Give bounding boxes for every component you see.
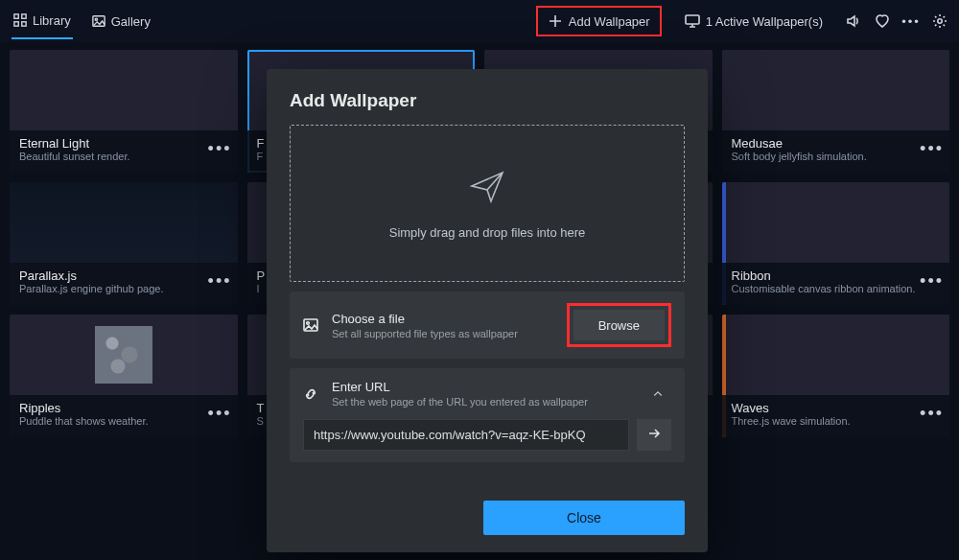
choose-file-title: Choose a file xyxy=(332,312,553,326)
nav-gallery[interactable]: Gallery xyxy=(90,5,152,38)
add-wallpaper-button[interactable]: Add Wallpaper xyxy=(536,6,662,36)
card-more-icon[interactable]: ••• xyxy=(920,271,944,292)
card-title: Eternal Light xyxy=(19,136,228,151)
image-icon xyxy=(92,14,105,28)
browse-button[interactable]: Browse xyxy=(573,310,665,340)
thumbnail xyxy=(722,50,950,130)
url-input[interactable] xyxy=(303,419,629,451)
wallpaper-card[interactable]: Medusae Soft body jellyfish simulation. … xyxy=(722,50,950,173)
svg-rect-6 xyxy=(686,15,699,24)
thumbnail xyxy=(722,315,950,395)
heart-icon[interactable] xyxy=(875,13,890,29)
thumbnail xyxy=(722,182,950,263)
enter-url-panel: Enter URL Set the web page of the URL yo… xyxy=(290,368,685,462)
paper-plane-icon xyxy=(468,167,506,208)
dropzone-hint: Simply drag and drop files into here xyxy=(389,225,586,240)
more-icon[interactable]: ••• xyxy=(903,13,919,29)
nav-library-label: Library xyxy=(33,13,71,28)
card-more-icon[interactable]: ••• xyxy=(208,139,232,159)
wallpaper-card[interactable]: Eternal Light Beautiful sunset render. •… xyxy=(10,50,238,173)
card-subtitle: Parallax.js engine github page. xyxy=(19,283,228,294)
topbar: Library Gallery Add Wallpaper 1 Active W… xyxy=(0,0,959,42)
svg-rect-1 xyxy=(22,14,26,18)
gear-icon[interactable] xyxy=(932,13,947,29)
card-title: Waves xyxy=(732,401,941,415)
card-title: Medusae xyxy=(732,136,941,151)
card-subtitle: Beautiful sunset render. xyxy=(19,151,228,162)
card-title: Ribbon xyxy=(732,268,941,283)
card-title: Parallax.js xyxy=(19,268,228,283)
active-wallpapers-button[interactable]: 1 Active Wallpaper(s) xyxy=(675,8,832,35)
choose-file-panel: Choose a file Set all supported file typ… xyxy=(290,292,685,359)
thumbnail xyxy=(10,315,238,395)
card-subtitle: Customisable canvas ribbon animation. xyxy=(732,283,941,294)
choose-file-subtitle: Set all supported file types as wallpape… xyxy=(332,328,553,339)
dropzone[interactable]: Simply drag and drop files into here xyxy=(290,125,685,282)
card-more-icon[interactable]: ••• xyxy=(920,139,944,159)
wallpaper-card[interactable]: Ribbon Customisable canvas ribbon animat… xyxy=(722,182,950,305)
dialog-title: Add Wallpaper xyxy=(290,90,685,111)
svg-point-5 xyxy=(95,18,97,20)
card-subtitle: Puddle that shows weather. xyxy=(19,415,228,427)
thumbnail xyxy=(10,50,238,130)
svg-rect-2 xyxy=(14,22,18,26)
enter-url-subtitle: Set the web page of the URL you entered … xyxy=(332,396,631,408)
image-file-icon xyxy=(303,317,318,333)
nav-library[interactable]: Library xyxy=(12,4,73,39)
thumbnail xyxy=(10,182,238,263)
url-submit-button[interactable] xyxy=(637,419,671,451)
card-more-icon[interactable]: ••• xyxy=(208,404,232,424)
chevron-up-icon[interactable] xyxy=(644,381,671,408)
svg-rect-3 xyxy=(22,22,26,26)
wallpaper-card[interactable]: Ripples Puddle that shows weather. ••• xyxy=(10,315,238,437)
wallpaper-card[interactable]: Waves Three.js wave simulation. ••• xyxy=(722,315,950,437)
card-title: Ripples xyxy=(19,401,228,415)
close-button[interactable]: Close xyxy=(483,501,685,535)
enter-url-title: Enter URL xyxy=(332,380,631,394)
card-more-icon[interactable]: ••• xyxy=(208,271,232,292)
nav-gallery-label: Gallery xyxy=(111,14,151,29)
svg-point-9 xyxy=(307,322,310,325)
arrow-right-icon xyxy=(646,426,662,445)
link-icon xyxy=(303,386,318,402)
monitor-icon xyxy=(685,13,700,29)
active-wallpapers-label: 1 Active Wallpaper(s) xyxy=(706,14,823,29)
svg-rect-0 xyxy=(14,14,18,18)
add-wallpaper-dialog: Add Wallpaper Simply drag and drop files… xyxy=(267,69,708,552)
card-subtitle: Three.js wave simulation. xyxy=(732,415,941,427)
svg-point-7 xyxy=(938,19,942,23)
volume-icon[interactable] xyxy=(846,13,861,29)
grid-icon xyxy=(13,13,27,27)
add-wallpaper-label: Add Wallpaper xyxy=(569,14,650,29)
wallpaper-card[interactable]: Parallax.js Parallax.js engine github pa… xyxy=(10,182,238,305)
plus-icon xyxy=(548,13,563,29)
card-more-icon[interactable]: ••• xyxy=(920,404,944,424)
card-subtitle: Soft body jellyfish simulation. xyxy=(732,151,941,162)
